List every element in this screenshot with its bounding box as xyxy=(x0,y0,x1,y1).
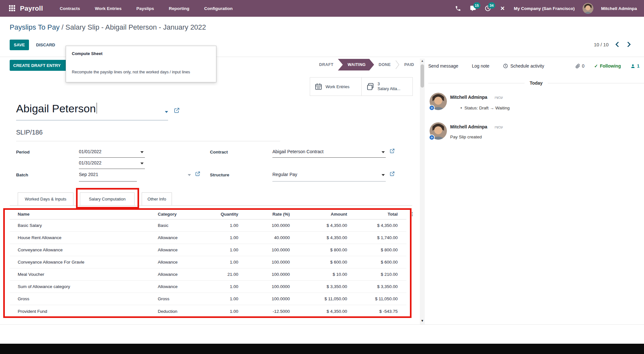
col-header-total[interactable]: Total xyxy=(350,212,401,217)
table-row[interactable]: Basic SalaryBasic1.00100.0000$ 4,350.00$… xyxy=(10,219,406,232)
period-from-dropdown-icon[interactable] xyxy=(140,151,144,153)
contract-label: Contract xyxy=(210,150,228,154)
pager-next-icon[interactable] xyxy=(625,41,633,49)
col-header-amount[interactable]: Amount xyxy=(293,212,350,217)
send-message-button[interactable]: Send message xyxy=(428,63,458,69)
table-row[interactable]: Provident FundDeduction1.00-12.5000$ 4,3… xyxy=(10,305,406,317)
employee-external-link-icon[interactable] xyxy=(174,107,180,113)
structure-underline xyxy=(272,181,386,182)
tooltip-title: Compute Sheet xyxy=(72,51,102,56)
save-button[interactable]: SAVE xyxy=(10,40,29,50)
section-underline xyxy=(16,141,280,141)
employee-dropdown-icon[interactable] xyxy=(165,111,168,113)
batch-input[interactable]: Sep 2021 xyxy=(79,172,98,177)
apps-grid-icon[interactable] xyxy=(9,5,15,12)
paperclip-icon xyxy=(575,64,580,69)
table-row[interactable]: Conveyance AllowanceAllowance1.00100.000… xyxy=(10,244,406,256)
activities-clock-icon[interactable]: 34 xyxy=(484,5,491,12)
message-body: Pay Slip created xyxy=(450,135,482,139)
employee-name-input[interactable]: Abigail Peterson xyxy=(16,102,97,115)
structure-input[interactable]: Regular Pay xyxy=(272,172,297,177)
contract-dropdown-icon[interactable] xyxy=(382,151,385,153)
attachments-button[interactable]: 0 xyxy=(575,63,584,69)
message-avatar: ✈ xyxy=(430,122,447,140)
nav-item-payslips[interactable]: Payslips xyxy=(136,6,154,11)
batch-dropdown-icon[interactable] xyxy=(188,174,191,176)
col-header-quantity[interactable]: Quantity xyxy=(209,212,242,217)
stage-draft[interactable]: DRAFT xyxy=(315,62,338,67)
table-row[interactable]: Conveyance Allowance For GravleAllowance… xyxy=(10,256,406,268)
col-header-rate[interactable]: Rate (%) xyxy=(242,212,293,217)
col-header-category[interactable]: Category xyxy=(158,212,209,217)
structure-label: Structure xyxy=(210,172,229,177)
systray: 15 34 ✕ My Company (San Francisco) xyxy=(455,0,637,17)
breadcrumb-parent-link[interactable]: Payslips To Pay xyxy=(10,23,60,31)
batch-external-link-icon[interactable] xyxy=(195,171,200,176)
tab-salary-computation[interactable]: Salary Computation xyxy=(80,192,135,205)
nav-item-contracts[interactable]: Contracts xyxy=(60,6,80,11)
nav-menu: Contracts Work Entries Payslips Reportin… xyxy=(60,6,232,11)
messages-icon[interactable]: 15 xyxy=(469,5,477,12)
period-from-input[interactable]: 01/01/2022 xyxy=(79,149,101,154)
scroll-up-icon[interactable]: ▲ xyxy=(420,59,425,62)
pager-previous-icon[interactable] xyxy=(614,41,621,49)
structure-external-link-icon[interactable] xyxy=(390,171,395,176)
message-author[interactable]: Mitchell Adminpa xyxy=(450,95,487,100)
period-to-underline xyxy=(79,169,145,169)
chatter-message[interactable]: ✈ Mitchell Adminpa עכשיו • Status: Draft… xyxy=(428,93,644,120)
followers-count: 1 xyxy=(637,63,639,69)
bottom-black-bar xyxy=(0,344,644,354)
tab-other-info[interactable]: Other Info xyxy=(142,192,172,205)
payroll-app-window: Payroll Contracts Work Entries Payslips … xyxy=(0,0,644,354)
followers-button[interactable]: 1 xyxy=(630,63,639,69)
paper-plane-badge-icon: ✈ xyxy=(429,105,435,111)
user-avatar[interactable] xyxy=(582,3,593,14)
following-button[interactable]: ✓ Following xyxy=(594,63,621,69)
message-time: עכשיו xyxy=(495,96,503,99)
company-switcher[interactable]: My Company (San Francisco) xyxy=(514,6,575,11)
breadcrumb-current: Salary Slip - Abigail Peterson - January… xyxy=(65,23,206,31)
log-note-button[interactable]: Log note xyxy=(472,63,489,69)
message-author[interactable]: Mitchell Adminpa xyxy=(450,124,487,129)
nav-item-configuration[interactable]: Configuration xyxy=(204,6,232,11)
close-x-icon[interactable]: ✕ xyxy=(499,5,506,12)
breadcrumb: Payslips To Pay / Salary Slip - Abigail … xyxy=(10,23,206,32)
nav-item-work-entries[interactable]: Work Entries xyxy=(95,6,121,11)
stage-waiting-active[interactable]: WAITING xyxy=(338,59,374,70)
table-row[interactable]: Sum of Allowance categoryAllowance1.0010… xyxy=(10,281,406,293)
table-row[interactable]: House Rent AllowanceAllowance1.0040.0000… xyxy=(10,232,406,244)
chatter-message[interactable]: ✈ Mitchell Adminpa עכשיו Pay Slip create… xyxy=(428,122,644,148)
compute-sheet-tooltip: Compute Sheet Recompute the payslip line… xyxy=(66,46,216,82)
stage-paid[interactable]: PAID xyxy=(400,62,419,67)
date-divider: Today xyxy=(428,80,644,86)
column-options-icon[interactable]: ⋮ xyxy=(410,211,415,217)
period-from-underline xyxy=(79,157,145,158)
user-menu[interactable]: Mitchell Adminpa xyxy=(601,6,637,11)
app-title[interactable]: Payroll xyxy=(20,5,43,12)
table-row[interactable]: GrossGross1.00100.0000$ 11,050.00$ 11,05… xyxy=(10,293,406,305)
period-to-input[interactable]: 01/31/2022 xyxy=(79,160,101,165)
create-draft-entry-button[interactable]: CREATE DRAFT ENTRY xyxy=(10,60,67,71)
stage-done[interactable]: DONE xyxy=(374,62,395,67)
period-to-dropdown-icon[interactable] xyxy=(140,163,144,164)
schedule-activity-button[interactable]: Schedule activity xyxy=(503,63,544,69)
work-entries-button[interactable]: Work Entries xyxy=(310,78,361,96)
tab-worked-days-inputs[interactable]: Worked Days & Inputs xyxy=(18,192,73,205)
phone-icon[interactable] xyxy=(455,5,462,12)
salary-attachments-button[interactable]: 3 Salary Atta... xyxy=(361,78,413,96)
vertical-scrollbar[interactable]: ▲ ▼ xyxy=(420,59,425,324)
contract-external-link-icon[interactable] xyxy=(390,148,395,154)
scrollbar-thumb[interactable] xyxy=(421,64,424,88)
nav-item-reporting[interactable]: Reporting xyxy=(169,6,189,11)
salary-attachments-label: Salary Atta... xyxy=(378,87,401,91)
payslip-reference: SLIP/186 xyxy=(16,129,43,136)
scroll-down-icon[interactable]: ▼ xyxy=(420,319,425,322)
table-row[interactable]: Meal VoucherAllowance21.00100.0000$ 10.0… xyxy=(10,268,406,281)
structure-dropdown-icon[interactable] xyxy=(382,174,385,176)
col-header-name[interactable]: Name xyxy=(18,212,158,217)
smart-buttons: Work Entries 3 Salary Atta... xyxy=(310,77,413,96)
top-navbar: Payroll Contracts Work Entries Payslips … xyxy=(0,0,644,17)
contract-input[interactable]: Abigail Peterson Contract xyxy=(272,149,324,154)
discard-button[interactable]: DISCARD xyxy=(36,40,55,50)
clock-icon xyxy=(503,63,508,69)
